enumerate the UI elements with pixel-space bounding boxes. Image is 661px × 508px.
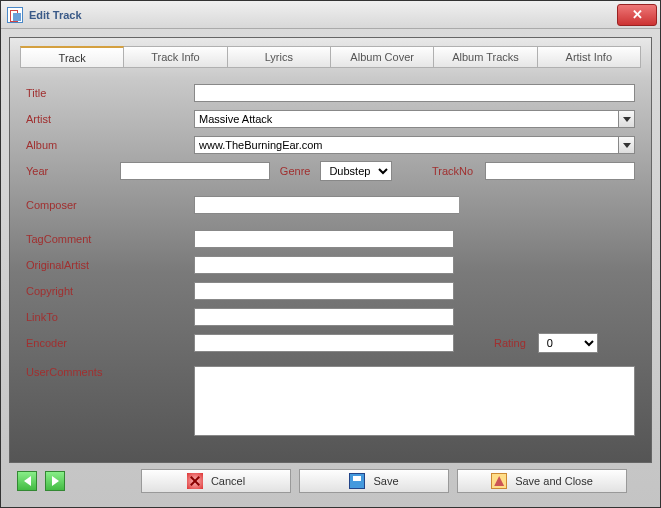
composer-label: Composer [26,199,194,211]
app-icon [7,7,23,23]
originalartist-label: OriginalArtist [26,259,194,271]
album-input[interactable] [194,136,618,154]
save-close-label: Save and Close [515,475,593,487]
tab-bar: Track Track Info Lyrics Album Cover Albu… [20,46,641,68]
cancel-icon [187,473,203,489]
main-panel: Track Track Info Lyrics Album Cover Albu… [9,37,652,463]
close-button[interactable]: ✕ [617,4,657,26]
artist-label: Artist [26,113,194,125]
edit-track-window: Edit Track ✕ Track Track Info Lyrics Alb… [0,0,661,508]
genre-select[interactable]: Dubstep [320,161,392,181]
artist-combo[interactable] [194,110,635,128]
year-input[interactable] [120,162,270,180]
tagcomment-input[interactable] [194,230,454,248]
artist-input[interactable] [194,110,618,128]
cancel-button[interactable]: Cancel [141,469,291,493]
album-label: Album [26,139,194,151]
window-title: Edit Track [29,9,82,21]
save-close-button[interactable]: Save and Close [457,469,627,493]
titlebar: Edit Track ✕ [1,1,660,29]
prev-button[interactable] [17,471,37,491]
encoder-label: Encoder [26,337,194,349]
rating-select[interactable]: 0 [538,333,598,353]
tab-album-cover[interactable]: Album Cover [330,46,434,68]
rating-label: Rating [454,337,538,349]
encoder-input[interactable] [194,334,454,352]
tagcomment-label: TagComment [26,233,194,245]
tab-artist-info[interactable]: Artist Info [537,46,641,68]
linkto-input[interactable] [194,308,454,326]
save-close-icon [491,473,507,489]
genre-label: Genre [270,165,321,177]
tab-track-info[interactable]: Track Info [123,46,227,68]
action-bar: Cancel Save Save and Close [9,463,652,499]
title-label: Title [26,87,194,99]
tab-track[interactable]: Track [20,46,124,68]
save-label: Save [373,475,398,487]
tab-album-tracks[interactable]: Album Tracks [433,46,537,68]
trackno-label: TrackNo [392,165,485,177]
year-label: Year [26,165,120,177]
cancel-label: Cancel [211,475,245,487]
trackno-input[interactable] [485,162,635,180]
album-combo[interactable] [194,136,635,154]
originalartist-input[interactable] [194,256,454,274]
linkto-label: LinkTo [26,311,194,323]
save-button[interactable]: Save [299,469,449,493]
tab-lyrics[interactable]: Lyrics [227,46,331,68]
title-input[interactable] [194,84,635,102]
next-button[interactable] [45,471,65,491]
composer-combo[interactable] [194,196,459,214]
composer-input[interactable] [194,196,459,214]
usercomments-textarea[interactable] [194,366,635,436]
artist-dropdown-icon[interactable] [618,110,635,128]
copyright-label: Copyright [26,285,194,297]
usercomments-label: UserComments [26,366,194,378]
album-dropdown-icon[interactable] [618,136,635,154]
save-icon [349,473,365,489]
track-form: Title Artist Album [20,78,641,444]
copyright-input[interactable] [194,282,454,300]
